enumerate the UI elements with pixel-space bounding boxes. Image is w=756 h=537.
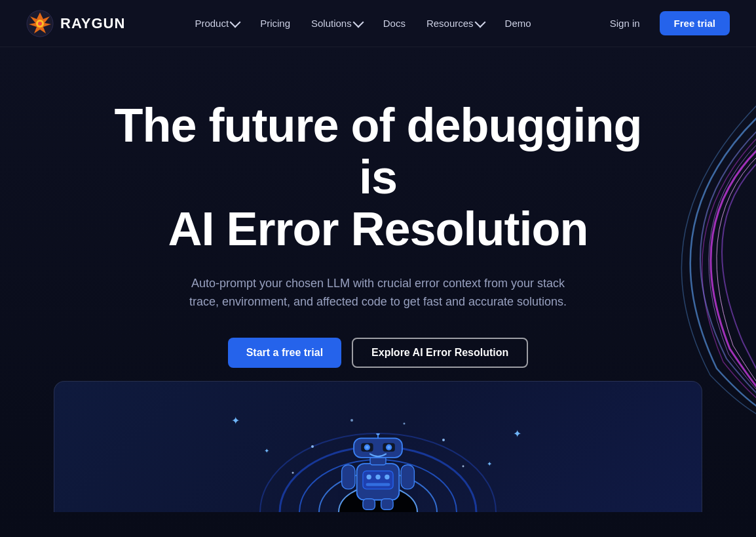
nav-link-demo[interactable]: Demo xyxy=(496,12,540,34)
nav-item-resources[interactable]: Resources xyxy=(417,12,493,34)
svg-rect-23 xyxy=(354,439,402,458)
navbar: RAYGUN Product Pricing Solutions Docs xyxy=(0,0,756,47)
svg-point-15 xyxy=(404,423,406,425)
free-trial-nav-button[interactable]: Free trial xyxy=(660,11,730,35)
sparkle-3: ✦ xyxy=(264,447,269,454)
chevron-down-icon xyxy=(352,17,364,28)
chevron-down-icon xyxy=(230,17,241,28)
svg-rect-35 xyxy=(381,499,393,510)
logo-text: RAYGUN xyxy=(60,15,125,32)
nav-link-product[interactable]: Product xyxy=(185,12,248,34)
logo-link[interactable]: RAYGUN xyxy=(26,10,125,37)
nav-item-pricing[interactable]: Pricing xyxy=(251,12,299,34)
dashboard-preview: ✦ ✦ ✦ ✦ xyxy=(54,381,702,512)
svg-point-12 xyxy=(292,472,294,474)
start-free-trial-button[interactable]: Start a free trial xyxy=(228,338,341,368)
svg-point-3 xyxy=(38,22,42,26)
svg-point-19 xyxy=(375,475,380,479)
raygun-logo-icon xyxy=(26,10,54,37)
nav-item-demo[interactable]: Demo xyxy=(496,12,540,34)
sparkle-4: ✦ xyxy=(487,460,492,467)
svg-point-20 xyxy=(385,475,389,479)
hero-buttons: Start a free trial Explore AI Error Reso… xyxy=(228,338,529,368)
svg-rect-30 xyxy=(342,465,355,489)
nav-link-solutions[interactable]: Solutions xyxy=(302,12,371,34)
svg-point-13 xyxy=(463,466,464,467)
sign-in-button[interactable]: Sign in xyxy=(601,12,649,34)
svg-point-11 xyxy=(442,439,445,441)
svg-rect-17 xyxy=(363,471,393,489)
hero-headline: The future of debugging is AI Error Reso… xyxy=(96,100,660,256)
robot-figure xyxy=(339,433,417,512)
svg-point-18 xyxy=(366,475,371,479)
svg-point-14 xyxy=(350,419,353,422)
svg-rect-31 xyxy=(401,465,414,489)
explore-ai-button[interactable]: Explore AI Error Resolution xyxy=(352,338,528,368)
chevron-down-icon xyxy=(474,17,485,28)
svg-point-33 xyxy=(376,433,380,435)
svg-point-26 xyxy=(366,446,369,449)
nav-item-product[interactable]: Product xyxy=(185,12,248,34)
sparkle-2: ✦ xyxy=(513,428,521,440)
nav-link-resources[interactable]: Resources xyxy=(417,12,493,34)
nav-link-docs[interactable]: Docs xyxy=(374,12,415,34)
hero-subheading: Auto-prompt your chosen LLM with crucial… xyxy=(181,274,575,312)
nav-actions: Sign in Free trial xyxy=(601,11,730,35)
svg-point-10 xyxy=(311,445,314,448)
sparkle-1: ✦ xyxy=(231,414,240,427)
nav-link-pricing[interactable]: Pricing xyxy=(251,12,299,34)
nav-links: Product Pricing Solutions Docs Resources xyxy=(185,12,540,34)
svg-rect-21 xyxy=(366,483,390,487)
nav-item-docs[interactable]: Docs xyxy=(374,12,415,34)
svg-rect-34 xyxy=(363,499,375,510)
hero-section: The future of debugging is AI Error Reso… xyxy=(0,47,756,537)
svg-point-29 xyxy=(387,446,390,449)
nav-item-solutions[interactable]: Solutions xyxy=(302,12,371,34)
